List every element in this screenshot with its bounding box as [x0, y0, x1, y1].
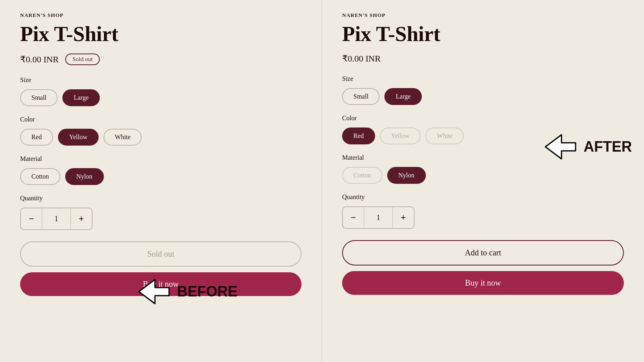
right-quantity-value: 1 — [364, 207, 393, 228]
right-action-buttons: Add to cart Buy it now — [342, 240, 624, 295]
left-color-white[interactable]: White — [103, 129, 142, 146]
left-material-nylon[interactable]: Nylon — [65, 168, 104, 185]
right-quantity-label: Quantity — [342, 193, 624, 201]
left-size-label: Size — [20, 76, 301, 84]
right-product-title: Pix T-Shirt — [342, 23, 624, 45]
after-arrow-icon — [543, 133, 580, 161]
right-size-label: Size — [342, 75, 624, 82]
left-sold-out-button: Sold out — [20, 241, 301, 267]
left-product-title: Pix T-Shirt — [20, 23, 301, 45]
right-color-white: White — [425, 128, 464, 144]
before-annotation: BEFORE — [137, 278, 237, 306]
right-size-small[interactable]: Small — [342, 88, 380, 105]
right-color-red[interactable]: Red — [342, 128, 375, 144]
right-decrement-btn[interactable]: − — [343, 207, 364, 228]
svg-marker-3 — [545, 135, 576, 159]
left-color-yellow[interactable]: Yellow — [58, 129, 99, 146]
after-panel: NAREN'S SHOP Pix T-Shirt ₹0.00 INR Size … — [322, 0, 644, 362]
right-price-row: ₹0.00 INR — [342, 53, 624, 64]
left-size-large[interactable]: Large — [62, 89, 100, 106]
left-color-red[interactable]: Red — [20, 129, 53, 146]
right-price: ₹0.00 INR — [342, 53, 381, 64]
left-material-cotton[interactable]: Cotton — [20, 168, 60, 185]
right-color-label: Color — [342, 115, 624, 122]
right-material-nylon[interactable]: Nylon — [387, 167, 426, 184]
left-quantity-control: − 1 + — [20, 208, 93, 230]
before-arrow-icon — [137, 278, 173, 306]
left-decrement-btn[interactable]: − — [21, 208, 42, 229]
left-size-options: Small Large — [20, 89, 301, 106]
left-sold-out-badge: Sold out — [65, 53, 100, 65]
right-material-cotton: Cotton — [342, 167, 382, 184]
right-add-to-cart-button[interactable]: Add to cart — [342, 240, 624, 265]
right-buy-now-button[interactable]: Buy it now — [342, 271, 624, 295]
left-color-label: Color — [20, 116, 301, 123]
left-size-small[interactable]: Small — [20, 89, 58, 106]
right-size-options: Small Large — [342, 88, 624, 105]
after-label: AFTER — [584, 138, 632, 155]
left-material-options: Cotton Nylon — [20, 168, 301, 185]
right-material-options: Cotton Nylon — [342, 167, 624, 184]
right-size-large[interactable]: Large — [384, 88, 422, 105]
left-quantity-label: Quantity — [20, 195, 301, 202]
left-quantity-value: 1 — [42, 208, 71, 229]
left-price: ₹0.00 INR — [20, 54, 59, 65]
right-shop-name: NAREN'S SHOP — [342, 12, 624, 19]
svg-marker-0 — [139, 280, 169, 304]
right-quantity-control: − 1 + — [342, 206, 415, 229]
right-quantity-section: Quantity − 1 + — [342, 193, 624, 229]
left-color-options: Red Yellow White — [20, 129, 301, 146]
after-annotation: AFTER — [543, 133, 632, 161]
right-increment-btn[interactable]: + — [393, 207, 414, 228]
before-label: BEFORE — [177, 283, 237, 300]
before-panel: NAREN'S SHOP Pix T-Shirt ₹0.00 INR Sold … — [0, 0, 322, 362]
right-color-yellow: Yellow — [380, 128, 421, 144]
left-shop-name: NAREN'S SHOP — [20, 12, 301, 19]
left-material-label: Material — [20, 155, 301, 162]
left-price-row: ₹0.00 INR Sold out — [20, 53, 301, 65]
left-increment-btn[interactable]: + — [71, 208, 92, 229]
left-quantity-section: Quantity − 1 + — [20, 195, 301, 230]
